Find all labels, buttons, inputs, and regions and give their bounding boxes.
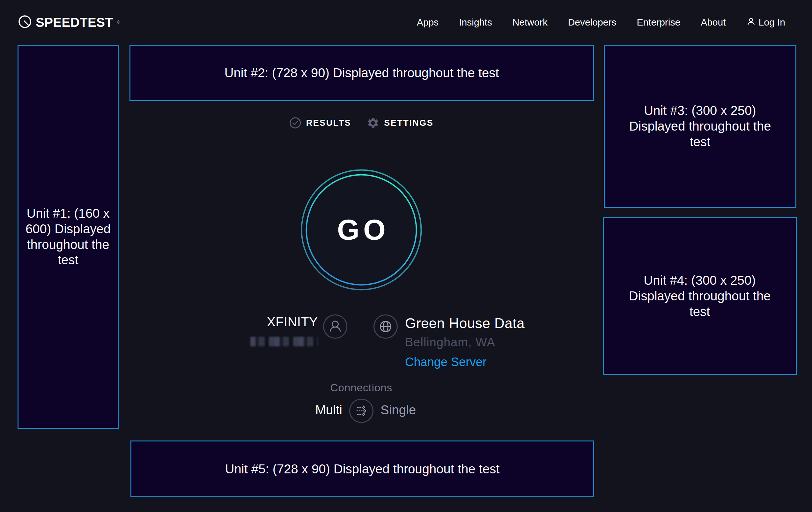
- nav-item-enterprise[interactable]: Enterprise: [637, 17, 680, 28]
- ad-unit-1-skyscraper[interactable]: Unit #1: (160 x 600) Displayed throughou…: [18, 45, 119, 429]
- check-circle-icon: [289, 117, 301, 129]
- server-globe-icon: [373, 314, 398, 339]
- isp-block: XFINITY: [250, 315, 318, 346]
- nav-item-apps[interactable]: Apps: [417, 17, 438, 28]
- server-block: Green House Data Bellingham, WA Change S…: [405, 315, 525, 369]
- connections-multi-option[interactable]: Multi: [315, 403, 342, 417]
- redacted-ip-address: [250, 337, 318, 346]
- speedtest-logo[interactable]: SPEEDTEST ®: [18, 15, 120, 30]
- ad-unit-5-text: Unit #5: (728 x 90) Displayed throughout…: [225, 461, 500, 477]
- gear-icon: [367, 116, 379, 129]
- tab-settings[interactable]: SETTINGS: [367, 116, 433, 129]
- login-button[interactable]: Log In: [746, 17, 785, 28]
- multi-connections-icon: [349, 398, 374, 423]
- change-server-link[interactable]: Change Server: [405, 355, 487, 369]
- ad-unit-2-leaderboard[interactable]: Unit #2: (728 x 90) Displayed throughout…: [129, 45, 594, 101]
- server-location: Bellingham, WA: [405, 335, 525, 349]
- server-name: Green House Data: [405, 315, 525, 331]
- ad-unit-1-text: Unit #1: (160 x 600) Displayed throughou…: [25, 206, 112, 268]
- ad-unit-4-text: Unit #4: (300 x 250) Displayed throughou…: [620, 273, 780, 319]
- tab-results[interactable]: RESULTS: [289, 117, 351, 129]
- tabs-row: RESULTS SETTINGS: [289, 116, 434, 129]
- logo-wordmark: SPEEDTEST: [36, 15, 113, 30]
- nav-item-insights[interactable]: Insights: [459, 17, 492, 28]
- ad-unit-3-rectangle[interactable]: Unit #3: (300 x 250) Displayed throughou…: [604, 45, 796, 208]
- nav-item-about[interactable]: About: [701, 17, 726, 28]
- go-button[interactable]: GO: [299, 168, 424, 292]
- connections-toggle[interactable]: [349, 398, 374, 423]
- login-label: Log In: [759, 17, 785, 28]
- main-nav: Apps Insights Network Developers Enterpr…: [417, 17, 785, 28]
- ad-unit-2-text: Unit #2: (728 x 90) Displayed throughout…: [225, 65, 499, 81]
- tab-results-label: RESULTS: [306, 118, 351, 128]
- top-nav-bar: SPEEDTEST ® Apps Insights Network Develo…: [0, 0, 812, 45]
- tab-settings-label: SETTINGS: [384, 118, 433, 128]
- ad-unit-3-text: Unit #3: (300 x 250) Displayed throughou…: [620, 103, 780, 150]
- isp-name: XFINITY: [250, 315, 318, 329]
- ad-unit-4-rectangle[interactable]: Unit #4: (300 x 250) Displayed throughou…: [603, 217, 797, 375]
- connections-single-option[interactable]: Single: [380, 403, 416, 417]
- ad-unit-5-leaderboard[interactable]: Unit #5: (728 x 90) Displayed throughout…: [130, 440, 594, 497]
- go-label: GO: [299, 168, 424, 292]
- speedtest-gauge-icon: [18, 15, 32, 30]
- nav-item-network[interactable]: Network: [513, 17, 548, 28]
- connections-label: Connections: [330, 382, 392, 394]
- nav-item-developers[interactable]: Developers: [568, 17, 616, 28]
- isp-user-icon: [323, 314, 348, 339]
- user-icon: [746, 17, 756, 28]
- logo-trademark: ®: [117, 20, 120, 25]
